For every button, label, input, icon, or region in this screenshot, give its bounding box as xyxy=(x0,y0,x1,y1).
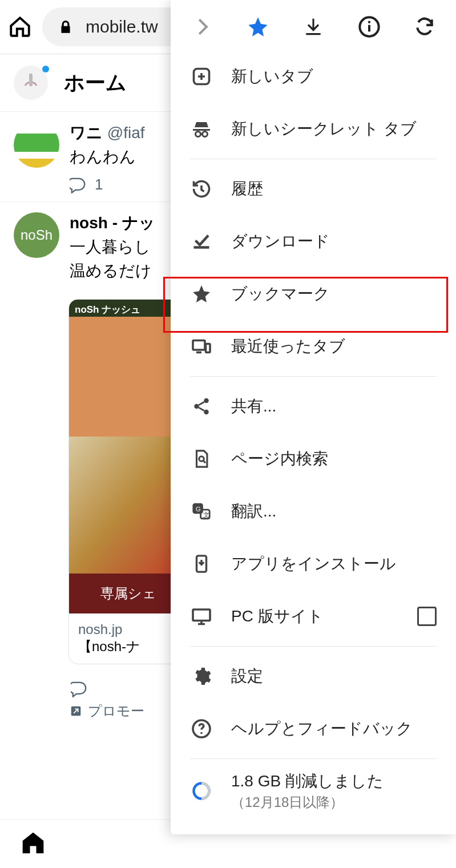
menu-recent-tabs[interactable]: 最近使ったタブ xyxy=(171,320,456,373)
notification-dot xyxy=(42,66,49,72)
menu-label: ダウンロード xyxy=(231,231,437,252)
home-icon[interactable] xyxy=(8,15,32,39)
display-name: nosh - ナッ xyxy=(70,214,155,232)
lock-icon xyxy=(58,19,73,34)
plus-square-icon xyxy=(190,65,213,88)
svg-rect-1 xyxy=(29,74,33,86)
handle: @fiaf xyxy=(107,124,145,142)
card-domain: nosh.jp xyxy=(78,621,179,637)
menu-settings[interactable]: 設定 xyxy=(171,650,456,703)
menu-desktop-site[interactable]: PC 版サイト xyxy=(171,590,456,643)
svg-rect-9 xyxy=(193,341,205,350)
svg-rect-20 xyxy=(193,609,210,621)
url-text: mobile.tw xyxy=(86,17,158,37)
menu-label: 1.8 GB 削減しました xyxy=(231,770,437,792)
check-icon xyxy=(190,230,213,253)
translate-icon: G文 xyxy=(190,500,213,523)
menu-label: 新しいシークレット タブ xyxy=(231,118,437,140)
svg-point-22 xyxy=(200,732,203,734)
avatar[interactable] xyxy=(14,66,48,100)
menu-label: 設定 xyxy=(231,665,437,687)
svg-point-13 xyxy=(204,410,209,415)
star-icon[interactable] xyxy=(246,15,270,39)
forward-icon[interactable] xyxy=(190,15,214,39)
card-image xyxy=(69,300,188,437)
refresh-icon[interactable] xyxy=(413,15,437,39)
svg-point-11 xyxy=(204,398,209,403)
menu-label: ブックマーク xyxy=(231,283,437,305)
menu-label: ヘルプとフィードバック xyxy=(231,718,437,740)
star-icon xyxy=(190,282,213,305)
card-band: 専属シェ xyxy=(69,574,188,613)
gear-icon xyxy=(190,665,213,688)
menu-downloads[interactable]: ダウンロード xyxy=(171,215,456,268)
menu-help[interactable]: ヘルプとフィードバック xyxy=(171,703,456,755)
nav-home-icon[interactable] xyxy=(21,830,46,858)
svg-text:文: 文 xyxy=(203,511,209,518)
svg-point-7 xyxy=(196,132,201,137)
menu-label: 翻訳... xyxy=(231,500,437,522)
incognito-icon xyxy=(190,118,213,140)
menu-install-app[interactable]: アプリをインストール xyxy=(171,538,456,590)
svg-rect-10 xyxy=(206,344,211,353)
menu-history[interactable]: 履歴 xyxy=(171,163,456,215)
svg-point-5 xyxy=(368,21,370,23)
menu-label: アプリをインストール xyxy=(231,553,437,575)
menu-label: ページ内検索 xyxy=(231,448,437,470)
tweet-avatar[interactable]: noSh xyxy=(14,212,59,258)
devices-icon xyxy=(190,335,213,358)
menu-new-tab[interactable]: 新しいタブ xyxy=(171,50,456,103)
menu-share[interactable]: 共有... xyxy=(171,380,456,433)
menu-label: PC 版サイト xyxy=(231,605,417,627)
display-name: ワニ xyxy=(70,124,103,142)
menu-data-saver[interactable]: 1.8 GB 削減しました （12月18日以降） xyxy=(171,762,456,819)
menu-find[interactable]: ページ内検索 xyxy=(171,433,456,485)
desktop-icon xyxy=(190,605,213,628)
help-icon xyxy=(190,717,213,740)
page-title: ホーム xyxy=(64,69,127,97)
menu-label: 最近使ったタブ xyxy=(231,336,437,357)
menu-sublabel: （12月18日以降） xyxy=(231,793,437,812)
install-icon xyxy=(190,552,213,575)
menu-label: 共有... xyxy=(231,395,437,417)
svg-point-8 xyxy=(203,132,208,137)
menu-label: 新しいタブ xyxy=(231,66,437,87)
svg-point-12 xyxy=(194,404,199,409)
history-icon xyxy=(190,177,213,200)
find-in-page-icon xyxy=(190,447,213,470)
share-icon xyxy=(190,395,213,418)
menu-bookmarks[interactable]: ブックマーク xyxy=(171,268,456,320)
reply-count: 1 xyxy=(95,176,103,193)
card-image xyxy=(69,437,188,574)
checkbox[interactable] xyxy=(417,607,437,626)
menu-label: 履歴 xyxy=(231,178,437,200)
menu-translate[interactable]: G文 翻訳... xyxy=(171,485,456,538)
menu-incognito[interactable]: 新しいシークレット タブ xyxy=(171,103,456,155)
info-icon[interactable] xyxy=(357,15,381,39)
data-saver-icon xyxy=(190,780,213,802)
tweet-avatar[interactable] xyxy=(14,122,59,168)
download-icon[interactable] xyxy=(301,15,325,39)
browser-menu: 新しいタブ 新しいシークレット タブ 履歴 ダウンロード ブックマーク 最近使っ… xyxy=(171,0,456,834)
card-title: 【nosh-ナ xyxy=(78,637,179,656)
